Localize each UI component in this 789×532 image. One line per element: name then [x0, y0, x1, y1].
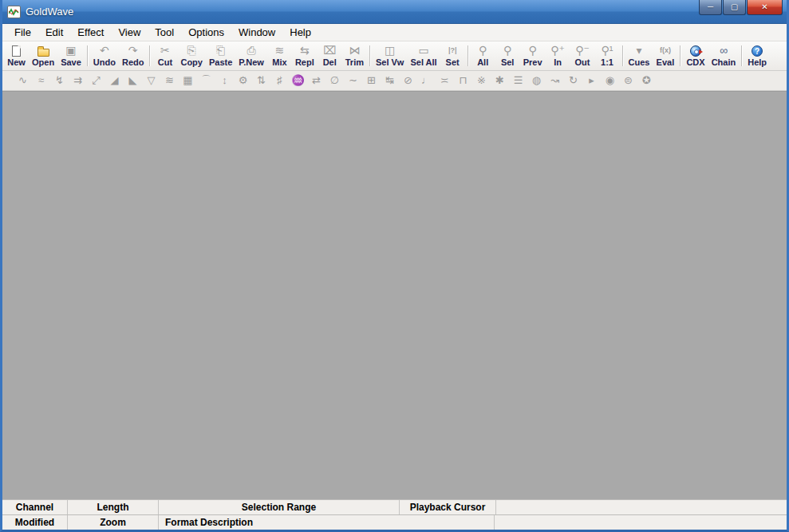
invert-icon[interactable]: ↕ — [215, 73, 234, 89]
shape-volume-icon[interactable]: ✪ — [637, 73, 656, 89]
delete-button[interactable]: ⌧Del — [318, 42, 342, 69]
new-button[interactable]: New — [4, 42, 29, 69]
copy-label: Copy — [180, 57, 203, 67]
paste-label: Paste — [209, 57, 232, 67]
match-volume-icon[interactable]: ⊜ — [619, 73, 637, 89]
select-all-button[interactable]: ▭Sel All — [407, 42, 440, 69]
main-toolbar: NewOpen▣Save↶Undo↷Redo✂Cut⎘Copy⎗Paste⎙P.… — [2, 41, 787, 71]
menu-window[interactable]: Window — [231, 24, 282, 41]
fade-in-icon[interactable]: ◢ — [105, 73, 124, 89]
toolbar-separator — [149, 45, 150, 66]
save-button[interactable]: ▣Save — [57, 42, 85, 69]
menu-effect[interactable]: Effect — [70, 24, 111, 41]
open-icon — [37, 49, 49, 57]
menu-help[interactable]: Help — [282, 24, 318, 41]
offset-icon[interactable]: ⇅ — [252, 73, 270, 89]
reverb-icon[interactable]: ♒ — [289, 73, 307, 89]
cues-label: Cues — [629, 57, 650, 67]
zoom-selection-button[interactable]: ⚲Sel — [495, 42, 520, 69]
reduce-vocals-icon[interactable]: ⊘ — [399, 73, 417, 89]
cue-points-icon[interactable]: ◍ — [527, 73, 546, 89]
menu-tool[interactable]: Tool — [148, 24, 181, 41]
volume-shape-icon[interactable]: ∿ — [14, 73, 32, 89]
flanger-icon[interactable]: ≋ — [160, 73, 179, 89]
menu-options[interactable]: Options — [181, 24, 231, 41]
mix-label: Mix — [272, 57, 286, 67]
set-label: Set — [446, 57, 460, 67]
filter-icon[interactable]: ▽ — [142, 73, 160, 89]
cut-button[interactable]: ✂Cut — [152, 42, 177, 69]
mix-button[interactable]: ≋Mix — [267, 42, 292, 69]
evaluate-label: Eval — [657, 57, 675, 67]
zoom-previous-icon: ⚲ — [528, 45, 536, 57]
fade-out-icon[interactable]: ◣ — [124, 73, 142, 89]
status-spacer — [496, 500, 787, 514]
interpolate-icon[interactable]: ⌒ — [197, 73, 215, 89]
select-view-button[interactable]: ◫Sel Vw — [373, 42, 407, 69]
paste-new-label: P.New — [239, 57, 264, 67]
reverse-icon[interactable]: ⇄ — [307, 73, 325, 89]
pop-click-icon[interactable]: ✱ — [491, 73, 509, 89]
trim-button[interactable]: ⋈Trim — [342, 42, 367, 69]
status-spacer — [495, 515, 787, 530]
cdx-button[interactable]: CDX — [683, 42, 708, 69]
new-icon — [12, 45, 21, 57]
equalizer-icon[interactable]: ▦ — [179, 73, 197, 89]
maximize-volume-icon[interactable]: ◉ — [601, 73, 619, 89]
zoom-all-button[interactable]: ⚲All — [471, 42, 495, 69]
chain-button[interactable]: ∞Chain — [708, 42, 740, 69]
smoother-icon[interactable]: ∼ — [344, 73, 362, 89]
replace-button[interactable]: ⇆Repl — [292, 42, 318, 69]
menu-file[interactable]: File — [7, 24, 38, 41]
set-icon: |?| — [448, 45, 457, 57]
mechanize-icon[interactable]: ⚙ — [234, 73, 252, 89]
set-button[interactable]: |?|Set — [440, 42, 465, 69]
status-format-description: Format Description — [159, 515, 495, 530]
help-button[interactable]: ?Help — [744, 42, 770, 69]
undo-button[interactable]: ↶Undo — [90, 42, 119, 69]
zoom-in-button[interactable]: ⚲⁺In — [546, 42, 570, 69]
evaluate-button[interactable]: f(x)Eval — [653, 42, 677, 69]
cdx-icon — [690, 45, 701, 57]
toolbar-separator — [87, 45, 88, 66]
time-warp-icon[interactable]: ↝ — [546, 73, 564, 89]
redo-button[interactable]: ↷Redo — [119, 42, 148, 69]
zoom-1-1-button[interactable]: ⚲¹1:1 — [595, 42, 620, 69]
noise-gate-icon[interactable]: ⊓ — [454, 73, 472, 89]
paste-new-button[interactable]: ⎙P.New — [235, 42, 267, 69]
zoom-selection-icon: ⚲ — [503, 45, 511, 57]
resample-icon[interactable]: ↻ — [564, 73, 582, 89]
noise-reduction-icon[interactable]: ※ — [472, 73, 491, 89]
menu-view[interactable]: View — [111, 24, 148, 41]
goldwave-window: GoldWave ─ ▢ ✕ FileEditEffectViewToolOpt… — [0, 0, 789, 532]
cues-icon: ▾ — [636, 45, 641, 57]
paste-button[interactable]: ⎗Paste — [206, 42, 235, 69]
expander-icon[interactable]: ⤢ — [87, 73, 105, 89]
menu-edit[interactable]: Edit — [38, 24, 70, 41]
close-button[interactable]: ✕ — [747, 0, 783, 15]
delete-label: Del — [323, 57, 337, 67]
compressor-icon[interactable]: ≍ — [436, 73, 454, 89]
pitch-icon[interactable]: ♯ — [270, 73, 289, 89]
zoom-previous-button[interactable]: ⚲Prev — [520, 42, 546, 69]
window-title: GoldWave — [26, 6, 73, 18]
pan-icon[interactable]: ↹ — [381, 73, 399, 89]
paste-new-icon: ⎙ — [247, 45, 255, 57]
toolbar-separator — [741, 45, 742, 66]
stereo-mixer-icon[interactable]: ⊞ — [362, 73, 381, 89]
voice-over-icon[interactable]: ♩ — [417, 73, 436, 89]
doppler-icon[interactable]: ≈ — [32, 73, 50, 89]
cues-button[interactable]: ▾Cues — [625, 42, 653, 69]
maximize-button[interactable]: ▢ — [723, 0, 746, 15]
playback-rate-icon[interactable]: ▸ — [582, 73, 601, 89]
dynamics-icon[interactable]: ↯ — [50, 73, 69, 89]
copy-button[interactable]: ⎘Copy — [177, 42, 206, 69]
echo-icon[interactable]: ⇉ — [69, 73, 87, 89]
zoom-out-button[interactable]: ⚲⁻Out — [570, 42, 595, 69]
effects-toolbar: ∿≈↯⇉⤢◢◣▽≋▦⌒↕⚙⇅♯♒⇄∅∼⊞↹⊘♩≍⊓※✱☰◍↝↻▸◉⊜✪ — [2, 71, 787, 91]
spectrum-icon[interactable]: ☰ — [509, 73, 527, 89]
minimize-button[interactable]: ─ — [699, 0, 722, 15]
silence-icon[interactable]: ∅ — [325, 73, 344, 89]
open-button[interactable]: Open — [29, 42, 57, 69]
undo-label: Undo — [93, 57, 116, 67]
